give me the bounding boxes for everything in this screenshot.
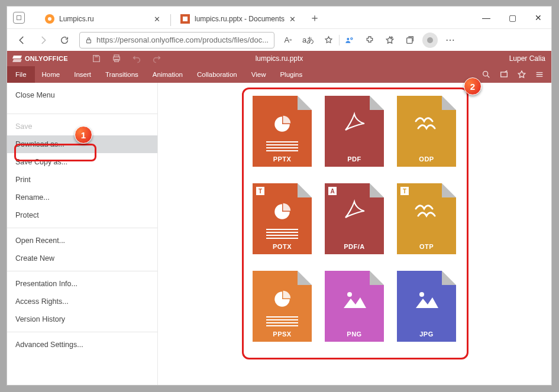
slide-lines-icon <box>266 315 298 326</box>
redo-icon[interactable] <box>152 54 161 63</box>
address-bar: https://personal.onlyoffice.com/products… <box>7 28 551 51</box>
tab-animation[interactable]: Animation <box>146 66 190 83</box>
annotation-callout-2: 2 <box>464 77 482 95</box>
close-tab-icon[interactable]: ✕ <box>289 15 298 23</box>
format-label: PPSX <box>253 331 312 338</box>
format-label: PNG <box>325 331 384 338</box>
menu-open-recent[interactable]: Open Recent... <box>7 232 157 250</box>
close-tab-icon[interactable]: ✕ <box>154 15 162 23</box>
format-label: ODP <box>397 155 456 163</box>
url-text: https://personal.onlyoffice.com/products… <box>96 35 269 44</box>
format-label: OTP <box>397 243 456 250</box>
svg-rect-4 <box>95 56 98 57</box>
lock-icon <box>85 36 93 44</box>
format-tile-pptx[interactable]: PPTX <box>253 96 312 167</box>
back-button[interactable] <box>12 31 32 49</box>
user-name[interactable]: Luper Calia <box>509 54 545 63</box>
tab-file[interactable]: File <box>7 66 35 83</box>
format-tile-png[interactable]: PNG <box>325 271 384 342</box>
onlyoffice-logo[interactable]: ONLYOFFICE <box>13 54 68 63</box>
favorites-icon[interactable] <box>318 32 338 48</box>
favicon-lumpics <box>45 14 54 24</box>
pdf-icon <box>342 198 366 225</box>
tab-home[interactable]: Home <box>35 66 67 83</box>
brand-text: ONLYOFFICE <box>25 55 68 62</box>
browser-tab-onlyoffice[interactable]: lumpics.ru.pptx - Documents ✕ <box>173 9 303 28</box>
menu-protect[interactable]: Protect <box>7 206 157 224</box>
menu-presentation-info[interactable]: Presentation Info... <box>7 275 157 293</box>
svg-point-10 <box>347 292 352 297</box>
svg-point-1 <box>347 38 349 40</box>
format-tile-pdf-a[interactable]: APDF/A <box>325 183 384 254</box>
forward-button[interactable] <box>33 31 53 49</box>
print-icon[interactable] <box>112 54 121 63</box>
window-close-button[interactable]: ✕ <box>525 8 551 27</box>
tab-insert[interactable]: Insert <box>67 66 98 83</box>
template-badge: T <box>256 187 264 195</box>
save-icon[interactable] <box>92 54 101 63</box>
url-input[interactable]: https://personal.onlyoffice.com/products… <box>79 32 274 48</box>
tab-collaboration[interactable]: Collaboration <box>190 66 244 83</box>
format-label: PPTX <box>253 155 312 163</box>
menu-version-history[interactable]: Version History <box>7 310 157 328</box>
pie-icon <box>272 202 292 222</box>
profile-avatar[interactable] <box>420 32 440 48</box>
pie-icon <box>272 289 292 309</box>
onlyoffice-header: ONLYOFFICE lumpics.ru.pptx Luper Calia <box>7 51 551 66</box>
favorites-star-icon[interactable] <box>380 32 400 48</box>
favorite-icon[interactable] <box>517 70 526 79</box>
annotation-callout-1: 1 <box>75 126 92 144</box>
img-icon <box>342 289 366 309</box>
format-tile-potx[interactable]: TPOTX <box>253 183 312 254</box>
svg-rect-3 <box>407 38 412 43</box>
account-switch-icon[interactable] <box>340 32 360 48</box>
template-badge: T <box>400 187 409 195</box>
svg-rect-9 <box>501 72 508 77</box>
format-label: POTX <box>253 243 312 250</box>
menu-access-rights[interactable]: Access Rights... <box>7 293 157 310</box>
slide-lines-icon <box>266 140 298 151</box>
format-tile-otp[interactable]: TOTP <box>397 183 456 254</box>
format-label: PDF <box>325 155 384 163</box>
window-maximize-button[interactable]: ▢ <box>499 8 525 27</box>
menu-rename[interactable]: Rename... <box>7 189 157 206</box>
menu-advanced-settings[interactable]: Advanced Settings... <box>7 336 157 354</box>
menu-create-new[interactable]: Create New <box>7 250 157 267</box>
slide-lines-icon <box>266 227 298 239</box>
undo-icon[interactable] <box>132 54 141 63</box>
document-title: lumpics.ru.pptx <box>256 54 303 63</box>
pie-icon <box>272 114 292 134</box>
tab-title: lumpics.ru.pptx - Documents <box>195 15 285 23</box>
format-tile-ppsx[interactable]: PPSX <box>253 271 312 342</box>
svg-point-8 <box>483 72 488 76</box>
svg-point-2 <box>351 37 353 39</box>
extensions-icon[interactable] <box>360 32 380 48</box>
view-settings-icon[interactable] <box>535 70 544 79</box>
menu-print[interactable]: Print <box>7 171 157 189</box>
format-tile-jpg[interactable]: JPG <box>397 271 456 342</box>
more-menu-icon[interactable]: ⋯ <box>440 32 460 48</box>
window-minimize-button[interactable]: — <box>473 8 499 27</box>
refresh-button[interactable] <box>54 31 75 49</box>
tab-title: Lumpics.ru <box>59 15 149 23</box>
tab-actions-icon[interactable] <box>13 12 25 24</box>
close-menu-item[interactable]: Close Menu <box>7 83 157 110</box>
format-label: JPG <box>397 331 456 338</box>
translate-icon[interactable]: аあ <box>298 32 318 48</box>
tab-plugins[interactable]: Plugins <box>273 66 309 83</box>
collections-icon[interactable] <box>400 32 420 48</box>
menu-save-copy-as[interactable]: Save Copy as... <box>7 153 157 171</box>
open-location-icon[interactable] <box>499 70 509 79</box>
svg-point-11 <box>419 292 424 297</box>
tab-transitions[interactable]: Transitions <box>98 66 146 83</box>
format-tile-odp[interactable]: ODP <box>397 96 456 167</box>
svg-rect-0 <box>87 40 91 43</box>
img-icon <box>415 289 438 309</box>
text-size-icon[interactable]: A» <box>278 32 298 48</box>
search-icon[interactable] <box>482 70 491 79</box>
format-tile-pdf[interactable]: PDF <box>325 96 384 167</box>
new-tab-button[interactable]: ＋ <box>306 9 324 27</box>
browser-tab-lumpics[interactable]: Lumpics.ru ✕ <box>38 9 168 28</box>
svg-rect-7 <box>115 59 119 61</box>
tab-view[interactable]: View <box>244 66 273 83</box>
